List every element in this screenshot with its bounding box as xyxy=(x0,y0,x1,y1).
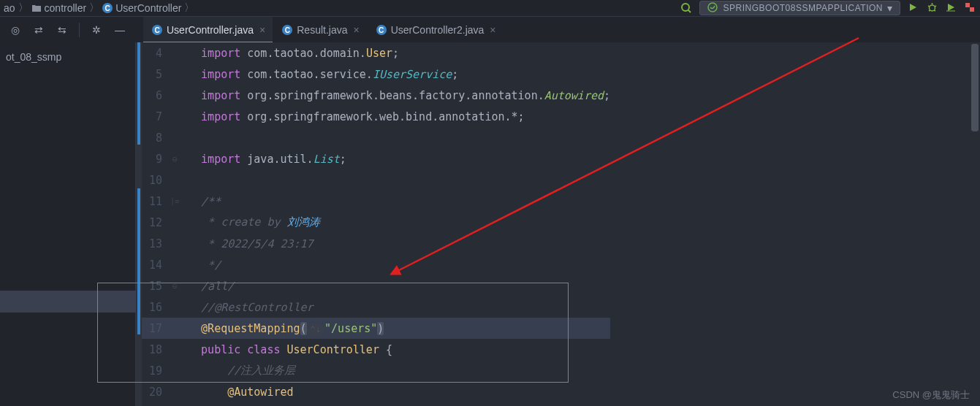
line-number[interactable]: 5 xyxy=(142,68,168,81)
code-content[interactable]: /all/ xyxy=(181,280,610,293)
tab-result[interactable]: C Result.java × xyxy=(273,17,367,43)
run-config-label: SPRINGBOOT08SSMPAPPLICATION xyxy=(723,3,883,13)
line-number[interactable]: 16 xyxy=(142,301,168,314)
line-number[interactable]: 18 xyxy=(142,343,168,356)
svg-rect-2 xyxy=(965,3,970,7)
code-line[interactable]: 15⊖ /all/ xyxy=(142,275,610,296)
code-line[interactable]: 8 xyxy=(142,127,610,148)
breadcrumb[interactable]: ao 〉 controller 〉 C UserController 〉 xyxy=(4,1,194,15)
line-number[interactable]: 14 xyxy=(142,258,168,272)
line-number[interactable]: 9 xyxy=(142,153,168,166)
code-content[interactable]: //注入业务层 xyxy=(181,364,610,378)
line-number[interactable]: 12 xyxy=(142,216,168,229)
code-content[interactable]: import org.springframework.beans.factory… xyxy=(181,89,610,102)
code-content[interactable]: * 2022/5/4 23:17 xyxy=(181,237,610,250)
class-icon: C xyxy=(282,25,292,35)
vertical-scrollbar[interactable] xyxy=(970,42,980,406)
code-line[interactable]: 5 import com.taotao.service.IUserService… xyxy=(142,64,610,85)
class-icon: C xyxy=(102,3,113,13)
code-content[interactable]: import com.taotao.service.IUserService; xyxy=(181,68,610,81)
gutter-strip xyxy=(136,42,142,406)
chevron-right-icon: 〉 xyxy=(184,1,194,15)
code-content[interactable]: * create by 刘鸿涛 xyxy=(181,215,610,229)
gear-icon[interactable]: ✲ xyxy=(90,23,103,37)
line-number[interactable]: 7 xyxy=(142,110,168,123)
code-line[interactable]: 18 public class UserController { xyxy=(142,339,610,360)
code-line[interactable]: 17 @RequestMapping(⌃⇣"/users") xyxy=(142,318,610,339)
code-line[interactable]: 9⊖ import java.util.List; xyxy=(142,148,610,169)
tab-label: UserController.java xyxy=(167,24,254,36)
line-number[interactable]: 15 xyxy=(142,280,168,293)
line-number[interactable]: 4 xyxy=(142,47,168,60)
stop-icon[interactable] xyxy=(965,2,976,14)
separator xyxy=(79,23,80,37)
class-icon: C xyxy=(152,25,162,35)
code-content[interactable]: @Autowired xyxy=(181,386,610,399)
tab-label: UserController2.java xyxy=(391,24,485,36)
code-editor[interactable]: 4 import com.taotao.domain.User;5 import… xyxy=(136,42,980,406)
tab-usercontroller[interactable]: C UserController.java × xyxy=(143,17,273,43)
project-sidebar[interactable]: ot_08_ssmp xyxy=(0,42,136,406)
tab-label: Result.java xyxy=(297,24,347,36)
chevron-right-icon: 〉 xyxy=(89,1,99,15)
editor-tabs: C UserController.java × C Result.java × … xyxy=(143,17,504,43)
breadcrumb-bar: ao 〉 controller 〉 C UserController 〉 SPR… xyxy=(0,0,980,16)
crumb-segment[interactable]: UserController xyxy=(115,2,181,14)
crumb-segment[interactable]: controller xyxy=(45,2,87,14)
close-icon[interactable]: × xyxy=(354,24,360,36)
watermark: CSDN @鬼鬼骑士 xyxy=(892,388,970,402)
code-line[interactable]: 20 @Autowired xyxy=(142,381,610,402)
code-content[interactable]: import org.springframework.web.bind.anno… xyxy=(181,110,610,123)
code-line[interactable]: 19 //注入业务层 xyxy=(142,360,610,381)
code-content[interactable]: */ xyxy=(181,258,610,272)
spring-icon xyxy=(707,2,719,14)
code-content[interactable]: public class UserController { xyxy=(181,343,610,356)
fold-gutter[interactable]: ⊖ xyxy=(168,281,181,291)
expand-icon[interactable]: ⇄ xyxy=(32,23,45,37)
fold-gutter[interactable]: ⊖ xyxy=(168,154,181,164)
code-content[interactable]: @RequestMapping(⌃⇣"/users") xyxy=(181,322,610,335)
run-icon[interactable] xyxy=(908,2,919,14)
class-icon: C xyxy=(376,25,387,35)
search-icon[interactable] xyxy=(680,2,692,14)
run-config-dropdown[interactable]: SPRINGBOOT08SSMPAPPLICATION ▾ xyxy=(699,1,900,15)
line-number[interactable]: 17 xyxy=(142,322,168,335)
chevron-right-icon: 〉 xyxy=(18,1,29,15)
code-line[interactable]: 14 */ xyxy=(142,254,610,275)
folder-icon xyxy=(31,3,42,13)
close-icon[interactable]: × xyxy=(490,24,495,36)
code-line[interactable]: 10 xyxy=(142,169,610,191)
code-line[interactable]: 6 import org.springframework.beans.facto… xyxy=(142,85,610,106)
code-content[interactable]: //@RestController xyxy=(181,301,610,314)
line-number[interactable]: 20 xyxy=(142,386,168,399)
tab-usercontroller2[interactable]: C UserController2.java × xyxy=(368,17,504,43)
sidebar-item[interactable]: ot_08_ssmp xyxy=(3,51,135,63)
minimize-icon[interactable]: — xyxy=(113,23,126,37)
svg-rect-3 xyxy=(970,7,974,12)
editor-toolbar: ◎ ⇄ ⇆ ✲ — C UserController.java × C Resu… xyxy=(0,16,980,42)
collapse-icon[interactable]: ⇆ xyxy=(56,23,69,37)
fold-gutter[interactable]: |≡ xyxy=(168,197,181,205)
close-icon[interactable]: × xyxy=(259,24,265,36)
code-line[interactable]: 11|≡ /** xyxy=(142,191,610,212)
code-line[interactable]: 12 * create by 刘鸿涛 xyxy=(142,212,610,233)
debug-icon[interactable] xyxy=(927,2,938,14)
line-number[interactable]: 8 xyxy=(142,131,168,145)
line-number[interactable]: 11 xyxy=(142,195,168,208)
run-coverage-icon[interactable] xyxy=(946,2,957,14)
code-content[interactable]: import java.util.List; xyxy=(181,153,610,166)
line-number[interactable]: 19 xyxy=(142,364,168,378)
code-content[interactable]: /** xyxy=(181,195,610,208)
line-number[interactable]: 6 xyxy=(142,89,168,102)
svg-point-0 xyxy=(708,3,717,12)
code-line[interactable]: 4 import com.taotao.domain.User; xyxy=(142,42,610,64)
target-icon[interactable]: ◎ xyxy=(9,23,22,37)
code-line[interactable]: 7 import org.springframework.web.bind.an… xyxy=(142,106,610,127)
code-line[interactable]: 16 //@RestController xyxy=(142,296,610,318)
chevron-down-icon: ▾ xyxy=(887,2,892,14)
code-content[interactable]: import com.taotao.domain.User; xyxy=(181,47,610,60)
line-number[interactable]: 10 xyxy=(142,174,168,187)
crumb-segment[interactable]: ao xyxy=(4,2,15,14)
line-number[interactable]: 13 xyxy=(142,237,168,250)
code-line[interactable]: 13 * 2022/5/4 23:17 xyxy=(142,233,610,254)
